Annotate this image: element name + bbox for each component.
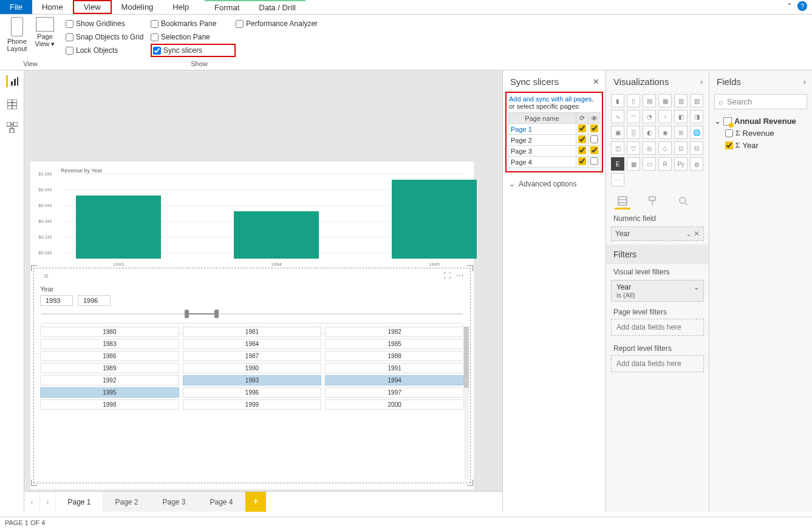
year-cell-1997[interactable]: 1997 xyxy=(325,387,464,398)
year-cell-1998[interactable]: 1998 xyxy=(40,399,179,410)
visible-check[interactable] xyxy=(590,157,598,165)
viz-type-0[interactable]: ▮ xyxy=(611,94,624,107)
viz-type-11[interactable]: ◨ xyxy=(690,110,703,123)
range-slider[interactable] xyxy=(41,310,463,318)
model-view-icon[interactable] xyxy=(6,121,18,134)
bar-1995[interactable] xyxy=(392,180,477,259)
page-tab-4[interactable]: Page 4 xyxy=(198,492,245,512)
check-lock-objects[interactable]: Lock Objects xyxy=(66,44,151,57)
viz-type-26[interactable]: ▭ xyxy=(643,157,656,171)
viz-type-15[interactable]: ◉ xyxy=(658,126,672,139)
year-cell-1986[interactable]: 1986 xyxy=(40,351,179,361)
fields-search-input[interactable]: ⌕ Search xyxy=(714,94,807,109)
viz-type-2[interactable]: ▤ xyxy=(643,94,656,107)
viz-type-16[interactable]: ⊞ xyxy=(674,126,687,139)
sync-check[interactable] xyxy=(578,157,586,165)
sync-check[interactable] xyxy=(578,135,586,143)
report-filters-drop[interactable]: Add data fields here xyxy=(611,355,704,372)
data-view-icon[interactable] xyxy=(6,98,18,110)
year-cell-1999[interactable]: 1999 xyxy=(183,399,322,410)
viz-type-3[interactable]: ▦ xyxy=(658,94,672,107)
year-cell-2000[interactable]: 2000 xyxy=(325,399,464,410)
viz-type-13[interactable]: ▒ xyxy=(627,126,640,139)
year-cell-1991[interactable]: 1991 xyxy=(325,363,464,373)
collapse-ribbon-icon[interactable]: ⌃ xyxy=(786,2,793,10)
table-annual-revenue[interactable]: ⌄ Annual Revenue xyxy=(714,115,807,127)
sync-page-name[interactable]: Page 1 xyxy=(508,124,576,135)
add-page-button[interactable]: + xyxy=(245,492,266,512)
slider-handle-left[interactable] xyxy=(185,310,189,318)
sync-all-link[interactable]: Add and sync with all pages xyxy=(509,95,592,103)
sync-check[interactable] xyxy=(578,146,586,154)
bar-1994[interactable] xyxy=(234,211,319,259)
check-bookmarks-pane[interactable]: Bookmarks Pane xyxy=(151,17,236,30)
year-cell-1987[interactable]: 1987 xyxy=(183,351,322,361)
viz-type-7[interactable]: ◠ xyxy=(627,110,640,123)
viz-type-10[interactable]: ◧ xyxy=(674,110,687,123)
field-year[interactable]: ΣYear xyxy=(714,139,807,151)
year-cell-1993[interactable]: 1993 xyxy=(183,375,322,386)
fields-tab-icon[interactable] xyxy=(615,194,630,209)
visual-filter-year[interactable]: Year is (All) ⌄ xyxy=(611,280,704,302)
year-cell-1992[interactable]: 1992 xyxy=(40,375,179,386)
year-slicer[interactable]: ≡ ⛶ ⋯ Year 1993 1996 ⌕ 19 xyxy=(33,268,471,483)
viz-type-19[interactable]: ▽ xyxy=(627,141,640,155)
year-cell-1989[interactable]: 1989 xyxy=(40,363,179,373)
visible-check[interactable] xyxy=(590,135,598,143)
year-cell-1980[interactable]: 1980 xyxy=(40,327,179,337)
drag-handle-icon[interactable]: ≡ xyxy=(40,271,52,280)
field-revenue[interactable]: ΣRevenue xyxy=(714,127,807,139)
page-tab-3[interactable]: Page 3 xyxy=(151,492,198,512)
analytics-tab-icon[interactable] xyxy=(675,194,691,209)
page-tab-2[interactable]: Page 2 xyxy=(103,492,151,512)
year-cell-1990[interactable]: 1990 xyxy=(183,363,322,373)
viz-type-5[interactable]: ▧ xyxy=(690,94,703,107)
viz-type-28[interactable]: Py xyxy=(674,157,687,171)
viz-type-8[interactable]: ◔ xyxy=(643,110,656,123)
bar-chart[interactable]: Revenue by Year $0.0M$0.2M$0.4M$0.6M$0.8… xyxy=(33,168,471,265)
year-cell-1982[interactable]: 1982 xyxy=(325,327,464,337)
viz-type-18[interactable]: ◫ xyxy=(611,141,624,155)
tab-format[interactable]: Format xyxy=(205,0,249,14)
help-icon[interactable]: ? xyxy=(797,1,807,11)
viz-type-12[interactable]: ▣ xyxy=(611,126,624,139)
viz-type-14[interactable]: ◐ xyxy=(643,126,656,139)
check-snap-to-grid[interactable]: Snap Objects to Grid xyxy=(66,30,151,44)
range-from-input[interactable]: 1993 xyxy=(40,295,73,306)
year-cell-1984[interactable]: 1984 xyxy=(183,339,322,349)
viz-type-27[interactable]: R xyxy=(658,157,672,171)
check-show-gridlines[interactable]: Show Gridlines xyxy=(66,17,151,30)
viz-type-9[interactable]: ○ xyxy=(658,110,672,123)
page-next-button[interactable]: › xyxy=(40,492,56,512)
page-tab-1[interactable]: Page 1 xyxy=(56,492,103,512)
year-cell-1994[interactable]: 1994 xyxy=(325,375,464,386)
viz-type-24[interactable]: E xyxy=(611,157,624,171)
viz-type-1[interactable]: ▯ xyxy=(627,94,640,107)
viz-type-17[interactable]: 🌐 xyxy=(690,126,703,139)
visible-check[interactable] xyxy=(590,146,598,154)
format-tab-icon[interactable] xyxy=(645,194,661,209)
page-filters-drop[interactable]: Add data fields here xyxy=(611,319,704,336)
focus-mode-icon[interactable]: ⛶ xyxy=(443,271,451,280)
tab-file[interactable]: File xyxy=(0,0,32,14)
numeric-field-well[interactable]: Year ⌄ ✕ xyxy=(611,226,704,241)
slider-handle-right[interactable] xyxy=(214,310,219,318)
viz-more-icon[interactable]: ⋯ xyxy=(611,173,624,186)
check-performance-analyzer[interactable]: Performance Analyzer xyxy=(236,17,333,30)
tab-data-drill[interactable]: Data / Drill xyxy=(249,0,305,14)
tab-modeling[interactable]: Modeling xyxy=(112,0,163,14)
bar-1993[interactable] xyxy=(76,195,161,259)
year-cell-1996[interactable]: 1996 xyxy=(183,387,322,398)
viz-type-20[interactable]: ◎ xyxy=(643,141,656,155)
visible-check[interactable] xyxy=(590,124,598,132)
viz-type-4[interactable]: ▥ xyxy=(674,94,687,107)
page-view-button[interactable]: Page View ▾ xyxy=(34,17,56,52)
viz-type-29[interactable]: ◍ xyxy=(690,157,703,171)
more-options-icon[interactable]: ⋯ xyxy=(455,271,464,280)
collapse-viz-icon[interactable]: › xyxy=(700,77,703,86)
phone-layout-button[interactable]: Phone Layout xyxy=(5,17,29,52)
year-cell-1988[interactable]: 1988 xyxy=(325,351,464,361)
viz-type-22[interactable]: ⊡ xyxy=(674,141,687,155)
year-cell-1995[interactable]: 1995 xyxy=(40,387,179,398)
collapse-fields-icon[interactable]: › xyxy=(803,77,806,86)
